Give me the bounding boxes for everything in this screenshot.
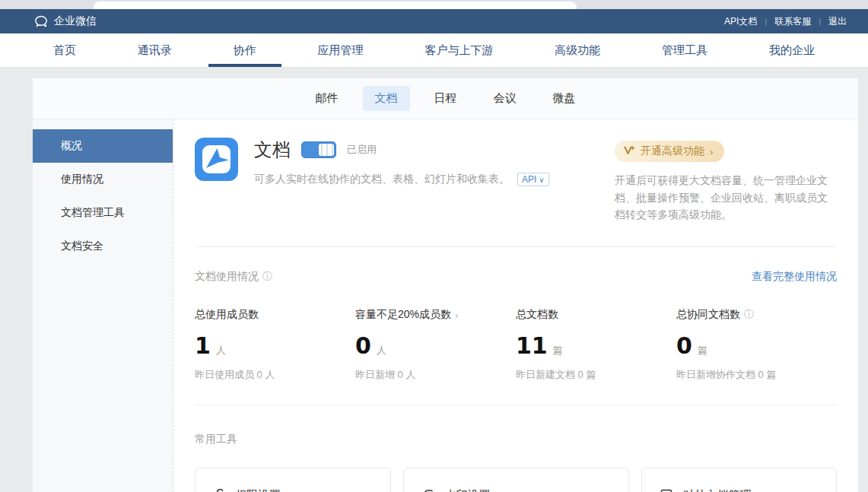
stat-value: 0 — [676, 332, 692, 359]
stat-label: 总协同文档数 — [676, 308, 740, 322]
stat-unit: 篇 — [553, 344, 563, 357]
stat-sub: 昨日新增协作文档 0 篇 — [676, 368, 837, 382]
tool-title: 水印设置 — [445, 488, 491, 492]
nav-item-home[interactable]: 首页 — [47, 33, 82, 67]
enable-toggle[interactable] — [301, 141, 336, 158]
tab-calendar[interactable]: 日程 — [422, 86, 469, 111]
info-icon[interactable]: ⓘ — [262, 270, 272, 284]
sidebar-item-overview[interactable]: 概况 — [33, 129, 173, 163]
docs-app-icon — [195, 138, 238, 181]
nav-item-admin-tools[interactable]: 管理工具 — [656, 33, 714, 67]
stat-value: 0 — [355, 332, 371, 359]
stat-label: 容量不足20%成员数 — [355, 308, 451, 322]
upgrade-premium-button[interactable]: 开通高级功能 › — [615, 141, 724, 162]
api-label: API — [522, 174, 536, 185]
app-info: 文档 已启用 可多人实时在线协作的文档、表格、幻灯片和收集表。 API ∨ — [238, 138, 615, 224]
stat-collab-docs: 总协同文档数 ⓘ 0 篇 昨日新增协作文档 0 篇 — [676, 308, 837, 382]
browser-strip — [0, 0, 868, 9]
stat-label: 总文档数 — [516, 308, 558, 322]
tools-section-title: 常用工具 — [195, 433, 837, 446]
api-dropdown[interactable]: API ∨ — [517, 173, 549, 186]
watermark-icon — [422, 489, 437, 492]
brand-name: 企业微信 — [54, 14, 97, 28]
usage-section-title: 文档使用情况 — [195, 270, 259, 284]
nav-item-collaboration[interactable]: 协作 — [227, 33, 262, 67]
view-full-usage-link[interactable]: 查看完整使用情况 — [752, 270, 837, 284]
stat-unit: 人 — [377, 344, 386, 357]
sidebar-item-doc-security[interactable]: 文档安全 — [33, 230, 173, 263]
tool-card-external-docs[interactable]: 对外文档管理 查看和管理允许企业外访问的文档 — [641, 468, 838, 492]
tool-title: 对外文档管理 — [683, 488, 752, 492]
tools-cards: 权限设置 设置企业内外的访问权限 水印设置 为企业内文档开启水印，数据泄露事件可… — [195, 468, 837, 492]
stat-label: 总使用成员数 — [195, 308, 259, 322]
stat-sub: 昨日新增 0 人 — [355, 368, 516, 382]
status-label: 已启用 — [347, 143, 377, 157]
wecom-logo-icon — [34, 15, 49, 28]
sidebar-item-doc-tools[interactable]: 文档管理工具 — [33, 196, 173, 230]
stat-total-docs: 总文档数 11 篇 昨日新建文档 0 篇 — [516, 308, 676, 382]
toggle-handle — [319, 144, 334, 156]
premium-description: 开通后可获得更大文档容量、统一管理企业文档、批量操作预警、企业回收站、离职成员文… — [615, 172, 837, 224]
premium-label: 开通高级功能 — [641, 144, 704, 158]
usage-stats: 总使用成员数 1 人 昨日使用成员 0 人 容量不足20%成员数 › 0 人 — [195, 308, 837, 382]
nav-item-contacts[interactable]: 通讯录 — [132, 33, 178, 67]
tab-meeting[interactable]: 会议 — [482, 86, 529, 111]
app-header: 文档 已启用 可多人实时在线协作的文档、表格、幻灯片和收集表。 API ∨ — [195, 138, 837, 224]
app-title: 文档 — [254, 138, 291, 162]
info-icon[interactable]: ⓘ — [744, 308, 754, 322]
premium-panel: 开通高级功能 › 开通后可获得更大文档容量、统一管理企业文档、批量操作预警、企业… — [615, 138, 837, 224]
nav-item-customers[interactable]: 客户与上下游 — [418, 33, 499, 67]
tab-docs[interactable]: 文档 — [363, 86, 410, 111]
topbar-links: API文档 | 联系客服 | 退出 — [717, 15, 854, 28]
logout-link[interactable]: 退出 — [821, 15, 854, 28]
api-docs-link[interactable]: API文档 — [717, 15, 765, 28]
chevron-down-icon: ∨ — [539, 176, 544, 184]
browser-tab — [94, 2, 577, 9]
stat-sub: 昨日新建文档 0 篇 — [516, 368, 676, 382]
stat-sub: 昨日使用成员 0 人 — [195, 368, 355, 382]
divider — [195, 405, 837, 405]
main-nav: 首页 通讯录 协作 应用管理 客户与上下游 高级功能 管理工具 我的企业 — [0, 33, 868, 68]
app-description: 可多人实时在线协作的文档、表格、幻灯片和收集表。 — [254, 173, 510, 186]
collab-tabs: 邮件 文档 日程 会议 微盘 — [33, 78, 858, 119]
content-panel: 邮件 文档 日程 会议 微盘 概况 使用情况 文档管理工具 文档安全 — [33, 78, 858, 492]
stat-value: 11 — [516, 332, 548, 359]
main-pane: 文档 已启用 可多人实时在线协作的文档、表格、幻灯片和收集表。 API ∨ — [173, 119, 858, 492]
premium-icon — [624, 145, 635, 157]
stat-total-members: 总使用成员数 1 人 昨日使用成员 0 人 — [195, 308, 355, 382]
contact-support-link[interactable]: 联系客服 — [767, 15, 819, 28]
stat-value: 1 — [195, 332, 211, 359]
chevron-right-icon: › — [710, 146, 713, 157]
stat-low-capacity-members: 容量不足20%成员数 › 0 人 昨日新增 0 人 — [355, 308, 516, 382]
divider — [195, 246, 837, 247]
stat-unit: 人 — [216, 344, 226, 357]
external-doc-icon — [660, 489, 675, 492]
tab-drive[interactable]: 微盘 — [541, 86, 588, 111]
topbar: 企业微信 API文档 | 联系客服 | 退出 — [0, 9, 868, 33]
chevron-right-icon[interactable]: › — [455, 309, 458, 321]
tab-mail[interactable]: 邮件 — [304, 86, 351, 111]
tool-title: 权限设置 — [235, 488, 281, 492]
usage-section-head: 文档使用情况 ⓘ 查看完整使用情况 — [195, 270, 837, 284]
sidebar: 概况 使用情况 文档管理工具 文档安全 — [33, 119, 173, 492]
lock-icon — [214, 488, 227, 492]
sidebar-item-usage[interactable]: 使用情况 — [33, 163, 173, 196]
brand: 企业微信 — [34, 14, 97, 28]
tool-card-permissions[interactable]: 权限设置 设置企业内外的访问权限 — [195, 468, 391, 492]
nav-item-advanced-features[interactable]: 高级功能 — [548, 33, 606, 67]
nav-item-app-management[interactable]: 应用管理 — [312, 33, 370, 67]
tool-card-watermark[interactable]: 水印设置 为企业内文档开启水印，数据泄露事件可追 — [403, 468, 629, 492]
stat-unit: 篇 — [698, 344, 707, 357]
nav-item-my-company[interactable]: 我的企业 — [763, 33, 821, 67]
